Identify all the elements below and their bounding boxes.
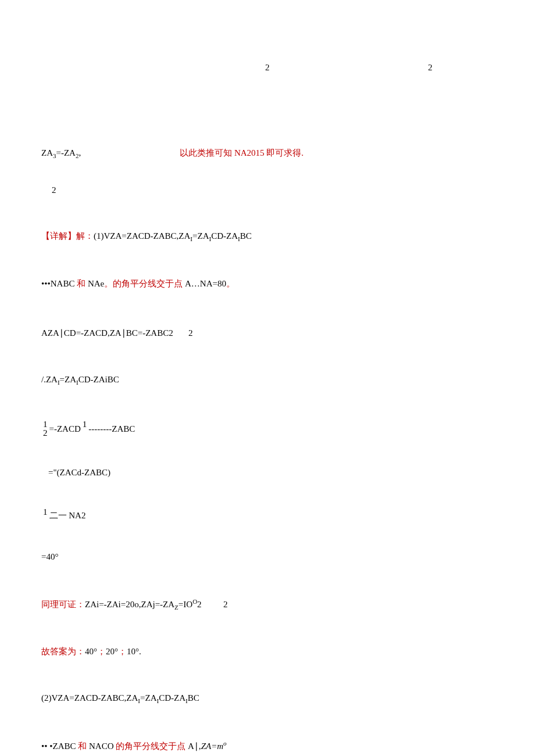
l3b: 和 bbox=[74, 279, 88, 288]
line-zai-eq: /.ZAI=ZAICD-ZAiBC bbox=[33, 360, 502, 400]
l10f: 2 2 bbox=[197, 600, 228, 609]
line-a3: ZA3=-ZA2,以此类推可知 NA2015 即可求得. bbox=[33, 134, 502, 174]
l10d: =IO bbox=[179, 600, 192, 609]
l4: AZA∣CD=-ZACD,ZA∣BC=-ZABC2 2 bbox=[41, 328, 192, 338]
line-eq-na2: 1二一 NA2 bbox=[33, 495, 502, 535]
za3-d: 以此类推可知 NA2015 即可求得. bbox=[180, 148, 304, 157]
l3c: NAe bbox=[88, 279, 104, 288]
l3a: •••NABC bbox=[41, 279, 74, 288]
l13d: 的角平分线交于点 bbox=[114, 741, 188, 751]
za3-c: , bbox=[79, 148, 81, 157]
l3e: A…NA=80 bbox=[185, 279, 226, 288]
line-answer-1: 故答案为：40°；20°；10°. bbox=[33, 632, 502, 672]
line-detail-2: (2)VZA=ZACD-ZABC,ZAI=ZAICD-ZAIBC bbox=[33, 678, 502, 719]
top-num-b: 2 bbox=[428, 61, 433, 74]
l7: ="(ZACd-ZABC) bbox=[48, 468, 110, 477]
l5a: /.ZA bbox=[41, 375, 58, 384]
l2a: 【详解】解： bbox=[41, 231, 94, 241]
line-eq-1over2-acd: 12=-ZACD1--------ZABC bbox=[33, 407, 502, 451]
top-num-a: 2 bbox=[265, 61, 270, 74]
line-bisector-m: •• •ZABC 和 NACO 的角平分线交于点 A∣,ZA=mo bbox=[33, 726, 502, 757]
l13c: NACO bbox=[89, 741, 114, 751]
top-numbers-row: 2 2 bbox=[33, 61, 502, 127]
l2e: BC bbox=[240, 231, 252, 241]
l6f1: 12 bbox=[41, 420, 49, 438]
l13e: A∣, bbox=[188, 741, 201, 751]
l5c: CD-ZAiBC bbox=[79, 375, 119, 384]
l11g: . bbox=[139, 647, 141, 656]
document-page: 2 2 ZA3=-ZA2,以此类推可知 NA2015 即可求得. 2 【详解】解… bbox=[0, 0, 535, 756]
line-azacd: AZA∣CD=-ZACD,ZA∣BC=-ZABC2 2 bbox=[33, 314, 502, 353]
l11a: 故答案为： bbox=[41, 647, 85, 656]
l3f: 。 bbox=[226, 279, 235, 288]
l2d: CD-ZA bbox=[211, 231, 238, 241]
l8f: 1 bbox=[41, 508, 49, 517]
l6b: --------ZABC bbox=[88, 424, 135, 433]
l2b: (1)VZA=ZACD-ZABC,ZA bbox=[94, 231, 190, 241]
l13b: 和 bbox=[76, 741, 90, 751]
l11f: 10° bbox=[127, 647, 139, 656]
l10c: Z bbox=[174, 604, 179, 611]
l10e: O bbox=[192, 598, 197, 605]
l8a: 二一 NA2 bbox=[49, 511, 86, 520]
l11b: 40° bbox=[85, 647, 97, 656]
l9: =40° bbox=[41, 552, 58, 561]
l13f: ZA=m bbox=[201, 741, 223, 751]
line-similarly-1: 同理可证：ZAi=-ZAi=20o,ZAj=-ZAZ=IOO2 2 bbox=[33, 583, 502, 625]
l12d: BC bbox=[188, 693, 199, 703]
line-a3-under: 2 bbox=[43, 170, 502, 210]
l13a: •• •ZABC bbox=[41, 741, 76, 751]
l12b: =ZA bbox=[140, 693, 156, 703]
l5b: =ZA bbox=[60, 375, 76, 384]
l12c: CD-ZA bbox=[159, 693, 186, 703]
l11d: 20° bbox=[106, 647, 118, 656]
l6a: =-ZACD bbox=[49, 424, 81, 433]
l12a: (2)VZA=ZACD-ZABC,ZA bbox=[41, 693, 138, 703]
za3-a: ZA bbox=[41, 148, 53, 157]
l11e: ； bbox=[118, 647, 127, 656]
l6f2: 1 bbox=[81, 420, 89, 429]
l3d: 。的角平分线交于点 bbox=[104, 279, 185, 288]
line-eq-40: =40° bbox=[33, 538, 502, 577]
l2c: =ZA bbox=[192, 231, 209, 241]
line-bisector-80: •••NABC 和 NAe。的角平分线交于点 A…NA=80。 bbox=[33, 264, 502, 303]
l11c: ； bbox=[97, 647, 106, 656]
line-eq-quote: ="(ZACd-ZABC) bbox=[40, 453, 502, 493]
l10b: ZAi=-ZAi=20o,ZAj=-ZA bbox=[85, 600, 174, 609]
l13g: o bbox=[223, 740, 227, 747]
za3-b: =-ZA bbox=[56, 148, 76, 157]
line-detail-1: 【详解】解：(1)VZA=ZACD-ZABC,ZAI=ZAICD-ZAIBC bbox=[33, 217, 502, 257]
l10a: 同理可证： bbox=[41, 600, 85, 609]
za3-under: 2 bbox=[52, 185, 56, 195]
